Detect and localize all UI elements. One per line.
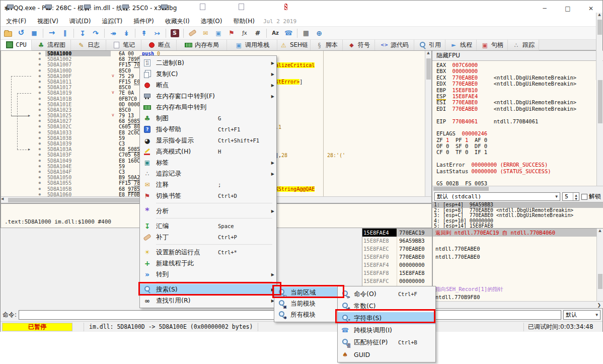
- menubar-item-帮助H[interactable]: 帮助(H): [228, 16, 260, 27]
- command-profile-select[interactable]: 默认▼: [563, 310, 600, 320]
- modules-export-button[interactable]: ☎: [282, 28, 294, 39]
- breakpoint-dot-icon[interactable]: ●: [1, 107, 45, 113]
- calling-convention-select[interactable]: 默认 (stdcall)▼: [434, 192, 560, 201]
- tab-内存布局[interactable]: 内存布局: [177, 40, 227, 50]
- tab-流程图[interactable]: ♣流程图: [32, 40, 71, 50]
- register-line[interactable]: [436, 156, 597, 162]
- stack-info-horizontal-scrollbar[interactable]: ❯: [433, 301, 603, 308]
- menu-item-跨模块调用I[interactable]: ☎跨模块调用(I): [338, 324, 435, 336]
- spinner-arrows-icon[interactable]: ▲▼: [573, 193, 579, 200]
- menubar-item-选项O[interactable]: 选项(O): [195, 16, 228, 27]
- register-line[interactable]: [436, 112, 597, 118]
- arguments-panel[interactable]: 1: [esp+4] 96A59BB32: [esp+8] 770EABE0 <…: [432, 202, 603, 229]
- menu-item-设置新的运行点[interactable]: ☀设置新的运行点Ctrl+*: [140, 247, 276, 258]
- breakpoint-dot-icon[interactable]: ●: [1, 169, 45, 175]
- breakpoint-dot-icon[interactable]: ●: [1, 158, 45, 164]
- menubar-item-调试D[interactable]: 调试(D): [64, 16, 97, 27]
- register-line[interactable]: [436, 174, 597, 180]
- open-file-button[interactable]: [2, 28, 14, 39]
- menu-item-补丁[interactable]: 补丁Ctrl+P: [140, 232, 276, 243]
- stack-row[interactable]: 15E8FAF400000000: [362, 261, 432, 269]
- register-line[interactable]: EDX 770EABE0 <ntdll.DbgUiRemoteBreakin>: [436, 81, 597, 87]
- register-line[interactable]: ESI 770EABE0 <ntdll.DbgUiRemoteBreakin>: [436, 99, 597, 105]
- tab-句柄[interactable]: ▣句柄: [477, 40, 508, 50]
- breakpoint-dot-icon[interactable]: ●: [1, 62, 45, 67]
- breakpoint-dot-icon[interactable]: ●: [1, 135, 45, 141]
- patch-button[interactable]: [186, 28, 198, 39]
- disasm-vertical-scrollbar[interactable]: ▲: [425, 51, 431, 197]
- menu-item-搜索S[interactable]: 搜索(S)▶: [140, 284, 276, 295]
- register-line[interactable]: EIP 770B4061 ntdll.770B4061: [436, 118, 597, 124]
- register-line[interactable]: GS 002B FS 0053: [436, 180, 597, 186]
- register-line[interactable]: ESP 15E8FAE4: [436, 93, 597, 99]
- stack-comment-row[interactable]: [433, 237, 603, 245]
- menu-item-追踪记录[interactable]: ∴追踪记录▶: [140, 168, 276, 179]
- menu-item-查找引用R[interactable]: ∞查找引用(R)▶: [140, 295, 276, 306]
- tab-引用[interactable]: 引用: [414, 40, 445, 50]
- menu-item-指令帮助[interactable]: 指令帮助Ctrl+F1: [140, 124, 276, 135]
- register-line[interactable]: EFLAGS 00000246: [436, 130, 597, 136]
- hide-fpu-button[interactable]: 隐藏FPU: [436, 51, 460, 60]
- run-to-user-code-button[interactable]: ↟: [138, 28, 150, 39]
- menu-item-显示指令提示[interactable]: ◕显示指令提示Ctrl+Shift+F1: [140, 135, 276, 146]
- step-into-button[interactable]: ↧: [77, 28, 89, 39]
- breakpoint-dot-icon[interactable]: ●: [1, 175, 45, 180]
- ordinal-button[interactable]: #: [252, 28, 264, 39]
- comment-button[interactable]: ✉: [199, 28, 211, 39]
- scylla-button[interactable]: S: [169, 28, 181, 39]
- stack-comment-row[interactable]: 指向SEH_Record[1]的指针: [433, 285, 603, 293]
- menu-item-注释[interactable]: ✉注释;: [140, 179, 276, 190]
- stack-comment-row[interactable]: ntdll.770EABE0: [433, 245, 603, 253]
- register-line[interactable]: ECX 770EABE0 <ntdll.DbgUiRemoteBreakin>: [436, 75, 597, 81]
- breakpoint-dot-icon[interactable]: ●: [1, 102, 45, 107]
- unlock-checkbox[interactable]: 解锁: [581, 192, 601, 201]
- menu-item-断点[interactable]: 断点▶: [140, 80, 276, 91]
- stack-comment-row[interactable]: ntdll.770EABE0: [433, 253, 603, 261]
- breakpoint-dot-icon[interactable]: ●: [1, 96, 45, 102]
- step-over-button[interactable]: ↷: [90, 28, 102, 39]
- menu-item-二进制B[interactable]: 二进制(B)▶: [140, 57, 276, 68]
- execute-till-return-button[interactable]: ↠: [107, 28, 119, 39]
- menu-item-汇编[interactable]: ↧汇编Space: [140, 221, 276, 232]
- step-out-button[interactable]: ↡: [120, 28, 132, 39]
- stack-row[interactable]: 15E8FAE896A59BB3: [362, 237, 432, 245]
- menubar-item-视图V[interactable]: 视图(V): [32, 16, 64, 27]
- label-button[interactable]: ▣: [212, 28, 224, 39]
- breakpoint-dot-icon[interactable]: ●: [1, 68, 45, 74]
- stack-row[interactable]: 15E8FAFC00000000: [362, 277, 432, 285]
- breakpoint-dot-icon[interactable]: ●: [1, 186, 45, 192]
- breakpoint-dot-icon[interactable]: ●: [1, 180, 45, 186]
- arg-count-spinner[interactable]: 5▲▼: [562, 192, 579, 201]
- tab-源代码[interactable]: <>源代码: [375, 40, 414, 50]
- menu-item-高亮模式H[interactable]: 高亮模式(H)H: [140, 146, 276, 157]
- tab-断点[interactable]: 断点: [141, 40, 177, 50]
- strings-button[interactable]: Az: [269, 28, 281, 39]
- menu-item-在内存布局中转到[interactable]: 在内存布局中转到: [140, 102, 276, 113]
- stack-row[interactable]: 15E8FAE4770EAC19: [362, 229, 432, 237]
- stack-comments-panel[interactable]: 返回到 ntdll.770EAC19 自 ntdll.770B4060ntdll…: [432, 228, 603, 309]
- menu-item-字符串S[interactable]: "字符串(S): [338, 312, 435, 324]
- menu-item-在内存窗口中转到F[interactable]: 在内存窗口中转到(F)▶: [140, 91, 276, 102]
- stack-comment-row[interactable]: [433, 269, 603, 277]
- menu-item-标签[interactable]: ▣标签▶: [140, 157, 276, 168]
- tab-线程[interactable]: ►线程: [445, 40, 477, 50]
- bookmark-button[interactable]: ⚑: [225, 28, 238, 39]
- globe-button[interactable]: ⊕: [313, 28, 325, 39]
- argument-row[interactable]: 1: [esp+4] 96A59BB3: [432, 202, 603, 208]
- run-until-expression-button[interactable]: ↣: [151, 28, 163, 39]
- register-line[interactable]: OF 0 SF 0 DF 0: [436, 143, 597, 149]
- function-button[interactable]: ƒx: [239, 28, 251, 39]
- tab-调用堆栈[interactable]: ▣调用堆栈: [227, 40, 277, 50]
- stack-comment-row[interactable]: ntdll.770B9F80: [433, 293, 603, 301]
- stack-comment-row[interactable]: [433, 277, 603, 285]
- menubar-item-文件F[interactable]: 文件(F): [1, 16, 32, 27]
- tab-笔记[interactable]: 笔记: [106, 40, 141, 50]
- breakpoint-dot-icon[interactable]: ●: [1, 164, 45, 169]
- registers-horizontal-scrollbar[interactable]: [432, 186, 603, 191]
- menu-item-新建线程于此[interactable]: +新建线程于此: [140, 258, 276, 269]
- stop-button[interactable]: ■: [28, 28, 40, 39]
- breakpoint-dot-icon[interactable]: ●: [1, 85, 45, 90]
- stack-row[interactable]: 15E8FAF815E8FAE8: [362, 269, 432, 277]
- breakpoint-dot-icon[interactable]: ●: [1, 130, 45, 135]
- breakpoint-dot-icon[interactable]: ●: [1, 118, 45, 124]
